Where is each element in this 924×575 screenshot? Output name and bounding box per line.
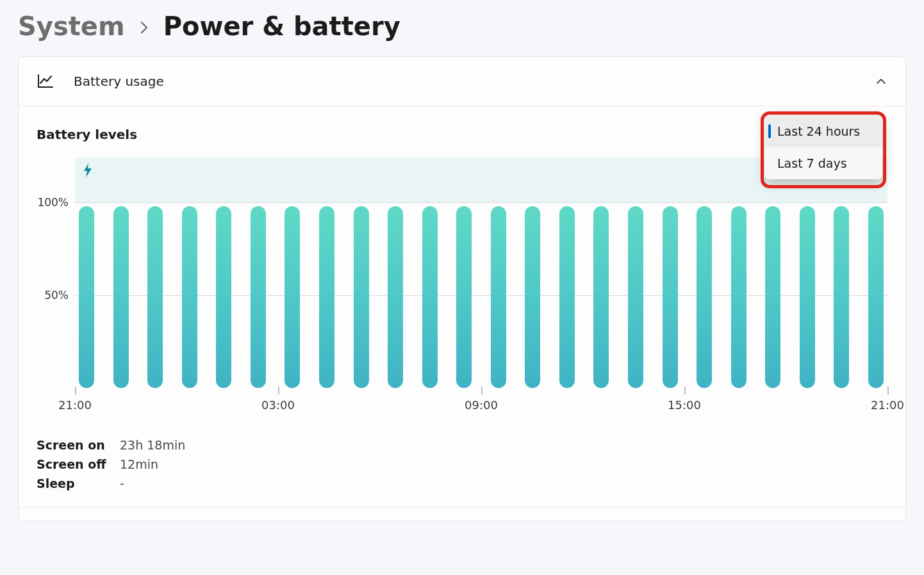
chart-bar[interactable] xyxy=(319,206,334,388)
battery-usage-header[interactable]: Battery usage xyxy=(19,57,905,106)
summary-value: 12min xyxy=(120,457,158,471)
x-tick-label: 21:00 xyxy=(871,398,904,412)
summary-label: Screen off xyxy=(37,457,120,471)
chart-bar[interactable] xyxy=(559,206,575,388)
x-tick-label: 03:00 xyxy=(261,398,295,412)
chart-bar[interactable] xyxy=(147,206,163,388)
summary-label: Sleep xyxy=(37,476,120,490)
card-header-title: Battery usage xyxy=(74,74,875,89)
chart-bar[interactable] xyxy=(285,206,300,388)
chevron-right-icon xyxy=(139,17,149,38)
dropdown-option-24h[interactable]: Last 24 hours xyxy=(764,115,882,147)
x-tick-mark xyxy=(278,387,279,394)
chart-bar[interactable] xyxy=(800,206,815,388)
x-tick-label: 15:00 xyxy=(668,398,701,412)
chevron-up-icon xyxy=(875,75,887,88)
x-tick-mark xyxy=(481,387,483,394)
chart-bar[interactable] xyxy=(216,206,231,388)
dropdown-option-7d[interactable]: Last 7 days xyxy=(764,147,882,179)
breadcrumb: System Power & battery xyxy=(18,6,906,56)
breadcrumb-current: Power & battery xyxy=(163,12,400,41)
chart-bar[interactable] xyxy=(663,206,678,388)
summary-row-screen-off: Screen off 12min xyxy=(37,455,887,474)
summary-value: 23h 18min xyxy=(120,438,185,452)
chart-bar[interactable] xyxy=(593,206,609,388)
chart-bar[interactable] xyxy=(79,206,94,388)
time-range-dropdown[interactable]: Last 24 hours Last 7 days xyxy=(764,115,882,179)
chart-bar[interactable] xyxy=(251,206,266,388)
chart-plot-area[interactable]: 21:0003:0009:0015:0021:00 xyxy=(75,158,887,414)
battery-usage-card: Battery usage Battery levels Last 24 hou… xyxy=(18,56,906,521)
chart-bar[interactable] xyxy=(491,206,506,388)
x-tick-mark xyxy=(75,387,76,394)
chart-bar[interactable] xyxy=(868,206,884,388)
chart-line-icon xyxy=(37,72,54,90)
x-tick-mark xyxy=(887,387,889,394)
x-tick-mark xyxy=(684,387,686,394)
chart-bar[interactable] xyxy=(731,206,747,388)
chart-bar[interactable] xyxy=(388,206,403,388)
y-tick-100: 100% xyxy=(37,196,69,209)
breadcrumb-parent[interactable]: System xyxy=(18,12,125,41)
summary-row-sleep: Sleep - xyxy=(37,474,887,493)
chart-bar[interactable] xyxy=(628,206,643,388)
summary-value: - xyxy=(120,476,124,490)
chart-bar[interactable] xyxy=(182,206,197,388)
chart-bar[interactable] xyxy=(113,206,129,388)
divider xyxy=(19,507,905,508)
chart-bar[interactable] xyxy=(834,206,849,388)
y-tick-50: 50% xyxy=(44,289,69,302)
card-body: Battery levels Last 24 hours Last 7 days… xyxy=(19,106,905,521)
chart-bar[interactable] xyxy=(354,206,369,388)
x-tick-label: 21:00 xyxy=(58,398,92,412)
chart-bar[interactable] xyxy=(422,206,438,388)
chart-bar[interactable] xyxy=(765,206,780,388)
chart-y-axis: 100% 50% xyxy=(37,183,75,414)
summary-row-screen-on: Screen on 23h 18min xyxy=(37,435,887,455)
lightning-bolt-icon xyxy=(83,163,93,181)
chart-bar[interactable] xyxy=(525,206,540,388)
usage-summary: Screen on 23h 18min Screen off 12min Sle… xyxy=(37,435,887,493)
chart-bar[interactable] xyxy=(456,206,472,388)
section-title-battery-levels: Battery levels xyxy=(37,127,887,142)
x-tick-label: 09:00 xyxy=(465,398,498,412)
chart-bar[interactable] xyxy=(697,206,712,388)
battery-levels-chart: 100% 50% 21:0003:0009:0015:0021:00 xyxy=(37,158,887,414)
summary-label: Screen on xyxy=(37,438,120,452)
chart-x-axis: 21:0003:0009:0015:0021:00 xyxy=(75,391,887,414)
chart-bars xyxy=(75,202,887,388)
